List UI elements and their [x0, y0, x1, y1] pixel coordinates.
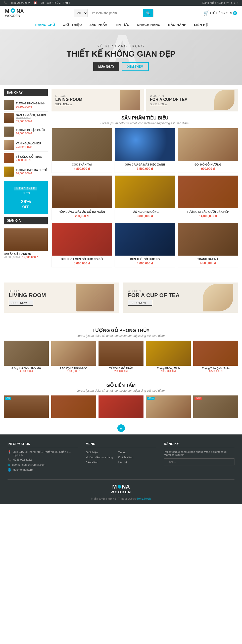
promo-title: LIVING ROOM: [55, 97, 82, 102]
nav-item-customers[interactable]: KHÁCH HÀNG: [137, 23, 161, 27]
social-t[interactable]: t: [237, 2, 238, 5]
nav-item-home[interactable]: TRANG CHỦ: [34, 23, 55, 27]
footer-phone-text: 0936 922 8162: [13, 458, 32, 461]
sidebar-item[interactable]: Tượng Đạt Ma Su Tổ 16,000,000 đ: [4, 165, 48, 178]
sidebar-item[interactable]: TẾ CÔNG GỖ TRẮC 2,800,000 đ: [4, 152, 48, 165]
glien-item[interactable]: -5%: [4, 395, 49, 418]
footer-subscribe-title: ĐĂNG KÝ: [164, 442, 234, 447]
big-promo-btn[interactable]: SHOP NOW →: [128, 300, 152, 306]
nav-item-about[interactable]: GIỚI THIỆU: [63, 23, 82, 27]
product-card[interactable]: Bình Hoa Sen Gỗ Hương Đỏ 5,000,000 đ: [52, 223, 112, 267]
promo-link[interactable]: SHOP NOW →: [150, 103, 167, 106]
sidebar-item-image: [4, 113, 14, 123]
footer-menu-link[interactable]: Giới thiệu: [86, 451, 98, 454]
promo-banner-wooden[interactable]: WOODEN FOR A CUP OF TEA SHOP NOW →: [146, 89, 238, 111]
product-card[interactable]: ĐÔI HỔ GỖ HƯƠNG 900,000 đ: [178, 128, 238, 173]
big-promo-btn[interactable]: SHOP NOW →: [9, 300, 33, 306]
sidebar-item[interactable]: Ván Ngựa, Chiếu Call for Price: [4, 138, 48, 152]
big-promo-banner-wooden[interactable]: WOODEN FOR A CUP OF TEA SHOP NOW →: [123, 283, 238, 313]
footer-menu-link[interactable]: Tin tức: [118, 451, 126, 454]
footer-menu-link[interactable]: Bảo Hành: [86, 461, 98, 464]
feng-shui-name: Tượng Trần Quốc Tuấn: [193, 367, 238, 370]
feng-shui-item[interactable]: Đồng Nhi Chúc Phúc Gỗ 4,900,000 đ: [4, 341, 49, 373]
product-name: Đèn Thờ Gỗ Hương: [117, 258, 173, 261]
footer-copy-text: © bản quyền thuộc về - Thiết kế website: [91, 497, 136, 500]
sidebar-item[interactable]: Tượng Không Minh 10,500,000 đ: [4, 98, 48, 112]
hero-title: THIẾT KẾ KHÔNG GIAN ĐẸP: [67, 49, 175, 59]
footer-menu-link[interactable]: Liên hệ: [118, 461, 127, 464]
social-i[interactable]: i: [234, 2, 235, 5]
footer-logo-circle-icon: [118, 485, 121, 489]
sidebar-item-name: Ván Ngựa, Chiếu: [16, 142, 48, 145]
feng-shui-item[interactable]: Tượng Không Minh 10,500,000 đ: [146, 341, 191, 373]
feng-shui-item[interactable]: LÃO VỌNG NGỒI GỐC 6,800,000 đ: [51, 341, 96, 373]
search-select[interactable]: All: [74, 9, 88, 17]
product-card[interactable]: TƯỢNG DI LẶC CƯỠI CÁ CHÉP 14,000,000 đ: [178, 175, 238, 220]
promo-link[interactable]: SHOP NOW →: [55, 103, 72, 106]
product-card[interactable]: Đèn Thờ Gỗ Hương 4,000,000 đ: [115, 223, 175, 267]
footer-copy-brand[interactable]: Mona Media: [137, 497, 151, 500]
hero-subtitle: VẺ ĐẸP SANG TRỌNG: [67, 44, 175, 48]
footer-social: 🌐 daemonhunterp: [8, 468, 78, 472]
glien-badge-red: -50%: [195, 397, 202, 400]
sidebar-item[interactable]: TƯỢNG DI LẶC CƯỜI 14,000,000 đ: [4, 125, 48, 138]
sidebar-item-image: [4, 167, 14, 177]
glien-item[interactable]: -50%: [193, 395, 238, 418]
promo-banner-decor[interactable]: DECOR LIVING ROOM SHOP NOW →: [52, 89, 144, 111]
product-price: 14,000,000 đ: [180, 214, 236, 218]
promo-title: FOR A CUP OF TEA: [150, 97, 188, 102]
search-input[interactable]: [88, 10, 143, 17]
big-promo-text: DECOR LIVING ROOM SHOP NOW →: [9, 290, 46, 306]
feng-shui-desc: Lorem ipsum dolor sit amet, consectetuer…: [4, 334, 238, 338]
search-button[interactable]: 🔍: [143, 9, 153, 17]
sale-price-old: 70,000,000 đ: [4, 256, 20, 259]
footer-menu-link[interactable]: Hướng dẫn mua hàng: [86, 456, 113, 459]
nav-item-products[interactable]: SẢN PHẨM: [89, 23, 108, 27]
view-more-button[interactable]: XEM THÊM: [122, 62, 149, 71]
feng-shui-image: [99, 341, 143, 366]
footer-menu-link[interactable]: Khách Hàng: [118, 456, 133, 459]
glien-item[interactable]: [99, 395, 143, 418]
clock-icon: ⏰: [34, 1, 37, 5]
nav-item-news[interactable]: TIN TỨC: [115, 23, 129, 27]
cart-area[interactable]: 🛒 GIỎ HÀNG / 0 đ 0: [203, 10, 237, 16]
login-link[interactable]: Đăng nhập / Đăng ký: [202, 1, 228, 5]
product-card[interactable]: Tranh Bát Mã 6,500,000 đ: [178, 223, 238, 267]
product-price: 6,500,000 đ: [180, 261, 236, 265]
glien-item[interactable]: -15%: [146, 395, 191, 418]
buy-now-button[interactable]: MUA NGAY: [93, 62, 119, 71]
sale-item[interactable]: Bàn Ăn Gỗ Tự Nhiên 70,000,000 đ 55,000,0…: [4, 226, 48, 261]
product-card-body: TƯỢNG DI LẶC CƯỠI CÁ CHÉP 14,000,000 đ: [178, 208, 238, 220]
scroll-dot-button[interactable]: ▲: [117, 424, 125, 432]
social-icon: 🌐: [8, 468, 11, 472]
product-card[interactable]: QUẢ CẦU ĐÁ MẮT MÈO XANH 1,500,000 đ: [115, 128, 175, 173]
phone-number: 0936-922-8962: [11, 2, 30, 5]
big-promo-banner-decor[interactable]: DECOR LIVING ROOM SHOP NOW →: [4, 283, 119, 313]
footer-social-text: daemonhunterp: [13, 468, 33, 471]
footer-subscribe-input[interactable]: [164, 458, 234, 465]
mega-sale-up: UP TO: [6, 192, 45, 195]
phone-icon: 📞: [4, 1, 7, 5]
sale-item-name: Bàn Ăn Gỗ Tự Nhiên: [4, 252, 48, 256]
product-card[interactable]: Hộp Đựng Giấy Ăn Gỗ Ba Ngăn 200,000 đ: [52, 175, 112, 220]
feng-shui-item[interactable]: TẾ CÔNG GỖ TRẮC 2,800,000 đ: [99, 341, 143, 373]
product-card[interactable]: Tượng Chim Công 3,800,000 đ: [115, 175, 175, 220]
feng-shui-price: 8,500,000 đ: [193, 370, 238, 373]
footer-address-text: 318 C16 Lê Trọng Kiều, Phường 15, Quận 1…: [13, 450, 78, 457]
feng-shui-item[interactable]: Tượng Trần Quốc Tuấn 8,500,000 đ: [193, 341, 238, 373]
product-price: 900,000 đ: [180, 167, 236, 171]
nav-item-warranty[interactable]: BẢO HÀNH: [168, 23, 187, 27]
nav-item-contact[interactable]: LIÊN HỆ: [194, 23, 208, 27]
social-f[interactable]: f: [231, 2, 232, 5]
product-card[interactable]: CÓC THẦN TÀI 4,800,000 đ: [52, 128, 112, 173]
footer-logo-text: M NA: [8, 484, 234, 490]
sidebar-item[interactable]: Bàn Ăn Gỗ Tự Nhiên 70,000,000 đ 55,000,0…: [4, 112, 48, 125]
sidebar-item-image: [4, 127, 14, 137]
glien-item[interactable]: [51, 395, 96, 418]
logo[interactable]: M NA WOODEN: [5, 8, 24, 18]
product-card-image: [52, 223, 112, 256]
product-name: CÓC THẦN TÀI: [54, 163, 110, 166]
logo-circle-icon: [11, 8, 15, 13]
footer-logo-wooden: WOODEN: [8, 490, 234, 494]
email-icon: ✉: [8, 463, 10, 467]
